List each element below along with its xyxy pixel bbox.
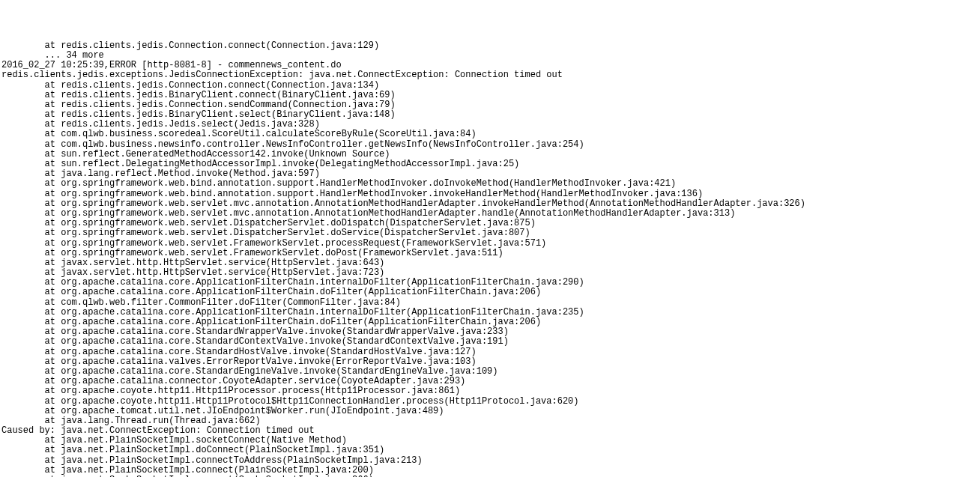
log-line: at org.apache.catalina.valves.ErrorRepor… [1,357,979,367]
log-line: at org.apache.coyote.http11.Http11Proces… [1,386,979,396]
log-line: at redis.clients.jedis.Connection.connec… [1,81,979,91]
log-line: at java.net.PlainSocketImpl.doConnect(Pl… [1,446,979,455]
log-line: at org.springframework.web.servlet.mvc.a… [1,199,979,209]
log-line: at org.springframework.web.servlet.Frame… [1,249,979,258]
log-line: redis.clients.jedis.exceptions.JedisConn… [1,70,979,80]
log-line: at org.springframework.web.servlet.Frame… [1,239,979,249]
log-line: at com.qlwb.business.newsinfo.controller… [1,140,979,150]
log-line: at org.springframework.web.servlet.Dispa… [1,228,979,238]
log-line: at org.apache.catalina.core.ApplicationF… [1,288,979,297]
log-line: at redis.clients.jedis.Connection.connec… [1,41,979,51]
log-line: at java.net.PlainSocketImpl.connectToAdd… [1,456,979,466]
log-line: at redis.clients.jedis.BinaryClient.conn… [1,91,979,100]
log-line: at com.qlwb.web.filter.CommonFilter.doFi… [1,298,979,308]
log-line: at org.springframework.web.bind.annotati… [1,189,979,199]
log-line: at org.springframework.web.bind.annotati… [1,179,979,189]
log-line: at org.apache.catalina.core.StandardCont… [1,337,979,347]
log-line: at org.apache.catalina.core.StandardHost… [1,347,979,357]
log-line: at com.qlwb.business.scoredeal.ScoreUtil… [1,130,979,139]
log-line: at org.apache.tomcat.util.net.JIoEndpoin… [1,407,979,416]
log-line: at org.apache.coyote.http11.Http11Protoc… [1,397,979,407]
log-output[interactable]: at redis.clients.jedis.Connection.connec… [1,41,979,477]
